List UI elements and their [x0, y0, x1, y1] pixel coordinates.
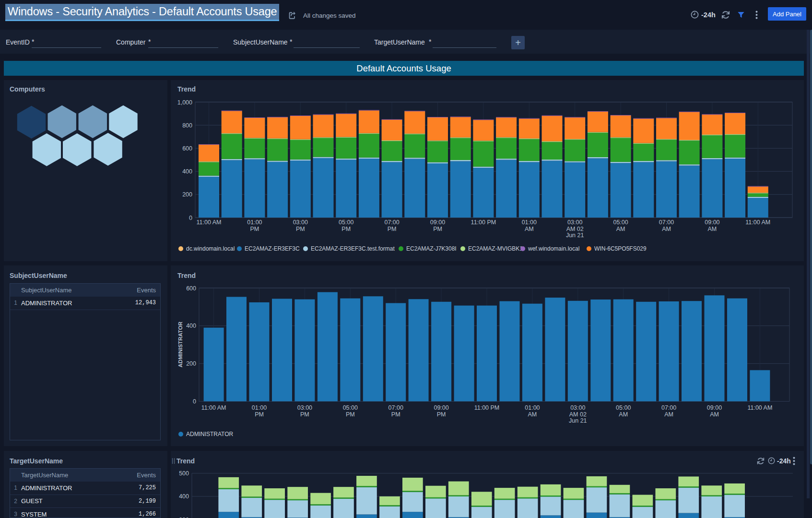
- svg-text:11:00 AM: 11:00 AM: [745, 219, 770, 226]
- svg-text:AM: AM: [528, 411, 537, 418]
- svg-text:PM: PM: [341, 226, 351, 232]
- svg-text:01:00: 01:00: [252, 404, 267, 411]
- svg-text:AM: AM: [664, 411, 673, 418]
- svg-text:600: 600: [182, 145, 192, 152]
- svg-text:07:00: 07:00: [388, 404, 403, 411]
- svg-text:200: 200: [186, 360, 196, 367]
- svg-text:09:00: 09:00: [430, 219, 445, 226]
- svg-text:11:00 AM: 11:00 AM: [747, 404, 772, 411]
- svg-text:EC2AMAZ-MVIGBK1: EC2AMAZ-MVIGBK1: [468, 245, 523, 252]
- svg-text:Jun 21: Jun 21: [569, 417, 587, 424]
- svg-text:11:00 PM: 11:00 PM: [474, 404, 500, 411]
- svg-text:11:00 PM: 11:00 PM: [471, 219, 496, 226]
- svg-text:WIN-6C5PO5FS029: WIN-6C5PO5FS029: [594, 245, 647, 252]
- svg-text:400: 400: [182, 168, 192, 175]
- svg-text:PM: PM: [300, 411, 309, 418]
- svg-text:PM: PM: [255, 411, 264, 418]
- svg-text:PM: PM: [250, 226, 259, 232]
- svg-text:AM: AM: [708, 226, 717, 232]
- svg-text:300: 300: [179, 517, 189, 518]
- svg-text:05:00: 05:00: [339, 219, 353, 226]
- svg-text:AM: AM: [619, 411, 628, 418]
- svg-text:EC2AMAZ-ER3EF3C: EC2AMAZ-ER3EF3C: [245, 245, 300, 252]
- svg-text:800: 800: [182, 122, 192, 129]
- svg-text:01:00: 01:00: [247, 219, 262, 226]
- svg-text:PM: PM: [296, 226, 305, 232]
- svg-text:07:00: 07:00: [384, 219, 399, 226]
- svg-text:03:00: 03:00: [297, 404, 312, 411]
- svg-text:03:00: 03:00: [570, 404, 585, 411]
- svg-text:AM 02: AM 02: [566, 226, 584, 232]
- svg-text:AM: AM: [525, 226, 534, 232]
- svg-text:AM 02: AM 02: [569, 411, 587, 418]
- svg-text:07:00: 07:00: [659, 219, 674, 226]
- svg-text:03:00: 03:00: [293, 219, 308, 226]
- svg-text:01:00: 01:00: [525, 404, 540, 411]
- svg-text:200: 200: [182, 191, 192, 198]
- svg-text:Jun 21: Jun 21: [566, 232, 584, 239]
- svg-text:400: 400: [186, 322, 196, 329]
- svg-text:600: 600: [186, 285, 196, 292]
- svg-text:11:00 AM: 11:00 AM: [197, 219, 222, 226]
- svg-text:05:00: 05:00: [616, 404, 631, 411]
- svg-text:09:00: 09:00: [434, 404, 448, 411]
- svg-text:0: 0: [189, 215, 192, 221]
- svg-text:1,000: 1,000: [177, 99, 192, 106]
- svg-text:AM: AM: [710, 411, 719, 418]
- svg-text:EC2AMAZ-J7K308I: EC2AMAZ-J7K308I: [406, 245, 457, 252]
- svg-text:PM: PM: [391, 411, 400, 418]
- svg-text:EC2AMAZ-ER3EF3C.test.format: EC2AMAZ-ER3EF3C.test.format: [311, 245, 395, 252]
- svg-text:ADMINISTRATOR: ADMINISTRATOR: [186, 431, 234, 437]
- svg-text:11:00 AM: 11:00 AM: [201, 404, 226, 411]
- svg-text:ADMINISTRATOR: ADMINISTRATOR: [177, 322, 183, 368]
- svg-text:09:00: 09:00: [707, 404, 722, 411]
- svg-text:dc.windomain.local: dc.windomain.local: [186, 245, 235, 252]
- svg-text:500: 500: [179, 470, 189, 477]
- svg-text:PM: PM: [346, 411, 355, 418]
- svg-text:AM: AM: [662, 226, 671, 232]
- svg-text:05:00: 05:00: [613, 219, 628, 226]
- svg-text:09:00: 09:00: [705, 219, 719, 226]
- svg-text:wef.windomain.local: wef.windomain.local: [528, 245, 579, 252]
- svg-text:PM: PM: [388, 226, 397, 232]
- svg-text:AM: AM: [616, 226, 625, 232]
- svg-text:03:00: 03:00: [567, 219, 582, 226]
- svg-text:PM: PM: [433, 226, 442, 232]
- svg-text:07:00: 07:00: [661, 404, 676, 411]
- svg-text:400: 400: [179, 493, 189, 500]
- svg-text:05:00: 05:00: [343, 404, 358, 411]
- svg-text:PM: PM: [437, 411, 446, 418]
- svg-text:0: 0: [193, 398, 196, 405]
- svg-text:01:00: 01:00: [522, 219, 537, 226]
